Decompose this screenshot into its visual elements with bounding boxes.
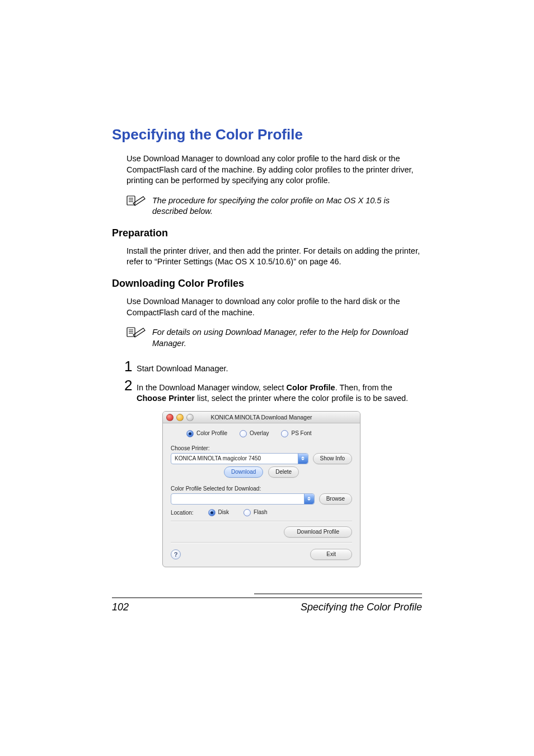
step-2-a: In the Download Manager window, select (137, 383, 287, 392)
radio-color-profile[interactable]: Color Profile (186, 430, 227, 437)
window-close-icon[interactable] (166, 414, 174, 421)
footer-rule-short (254, 594, 422, 594)
page-title: Specifying the Color Profile (112, 126, 422, 143)
window-title: KONICA MINOLTA Download Manager (210, 414, 312, 421)
radio-color-profile-label: Color Profile (196, 430, 227, 436)
radio-disk[interactable]: Disk (208, 509, 229, 516)
step-1-text: Start Download Manager. (137, 360, 228, 375)
profile-selected-label: Color Profile Selected for Download: (171, 486, 352, 492)
location-label: Location: (171, 510, 194, 516)
window-minimize-icon[interactable] (176, 414, 184, 421)
footer-rule (112, 598, 422, 598)
preparation-text: Install the printer driver, and then add… (127, 246, 422, 268)
separator (171, 542, 352, 543)
radio-overlay[interactable]: Overlay (240, 430, 269, 437)
radio-overlay-label: Overlay (250, 430, 269, 436)
note-text: The procedure for specifying the color p… (152, 194, 422, 217)
radio-ps-font-label: PS Font (291, 430, 311, 436)
step-2-c: list, select the printer where the color… (195, 394, 408, 403)
downloading-intro: Use Download Manager to download any col… (127, 296, 422, 318)
preparation-heading: Preparation (112, 227, 422, 239)
note-icon (127, 326, 148, 340)
note-icon (127, 194, 148, 209)
browse-button[interactable]: Browse (319, 493, 352, 505)
chevron-updown-icon[interactable] (304, 494, 314, 504)
delete-button[interactable]: Delete (268, 466, 299, 478)
exit-button[interactable]: Exit (310, 549, 352, 560)
downloading-note: For details on using Download Manager, r… (152, 326, 422, 349)
radio-flash[interactable]: Flash (243, 509, 267, 516)
step-number-2: 2 (124, 378, 137, 393)
show-info-button[interactable]: Show Info (313, 453, 352, 464)
radio-flash-label: Flash (254, 509, 267, 515)
chevron-updown-icon[interactable] (298, 454, 308, 464)
downloading-heading: Downloading Color Profiles (112, 278, 422, 290)
download-button[interactable]: Download (224, 466, 263, 478)
step-2-text: In the Download Manager window, select C… (137, 379, 422, 404)
profile-combo[interactable] (171, 493, 315, 505)
radio-disk-label: Disk (218, 509, 229, 515)
help-icon[interactable]: ? (171, 549, 181, 559)
step-number-1: 1 (124, 359, 137, 374)
intro-paragraph: Use Download Manager to download any col… (127, 153, 422, 186)
radio-ps-font[interactable]: PS Font (281, 430, 311, 437)
step-2-b: . Then, from the (335, 383, 392, 392)
window-titlebar[interactable]: KONICA MINOLTA Download Manager (163, 412, 360, 423)
separator (171, 521, 352, 522)
step-2-bold1: Color Profile (287, 383, 335, 392)
download-manager-window: KONICA MINOLTA Download Manager Color Pr… (162, 411, 360, 567)
choose-printer-value: KONICA MINOLTA magicolor 7450 (175, 455, 261, 461)
step-2-bold2: Choose Printer (137, 394, 195, 403)
choose-printer-label: Choose Printer: (171, 445, 352, 451)
page-number: 102 (112, 601, 129, 613)
footer-section-title: Specifying the Color Profile (301, 601, 422, 613)
choose-printer-combo[interactable]: KONICA MINOLTA magicolor 7450 (171, 453, 308, 464)
download-profile-button[interactable]: Download Profile (284, 526, 352, 538)
window-zoom-icon[interactable] (186, 414, 194, 421)
